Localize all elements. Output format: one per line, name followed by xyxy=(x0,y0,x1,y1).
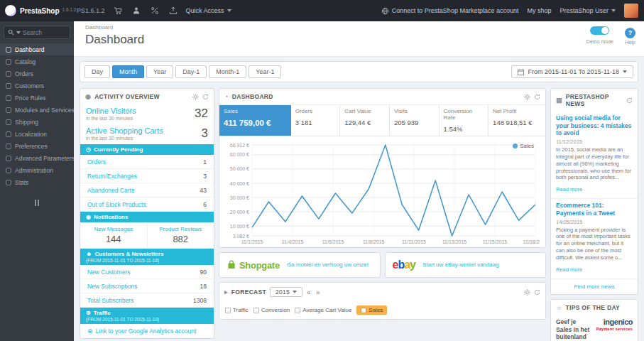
settings-gear-icon[interactable] xyxy=(524,289,530,296)
settings-gear-icon[interactable] xyxy=(192,94,199,100)
kpi-cart-value[interactable]: Cart Value129,44 € xyxy=(340,105,390,136)
filter-day-button[interactable]: Day xyxy=(84,65,110,78)
previous-year-button[interactable]: « xyxy=(306,288,312,296)
row-value: 3 xyxy=(203,173,207,180)
kpi-net-profit[interactable]: Net Profit148 918,51 € xyxy=(489,105,545,136)
notif-value: 882 xyxy=(149,234,213,244)
chart-legend-sales[interactable]: Sales xyxy=(513,143,534,149)
marketplace-account-link[interactable]: Connect to PrestaShop Marketplace accoun… xyxy=(381,7,519,15)
out-of-stock-link[interactable]: Out of Stock Products6 xyxy=(80,197,214,212)
search-input[interactable] xyxy=(23,29,66,36)
legend-label: Average Cart Value xyxy=(302,307,351,313)
breadcrumb[interactable]: Dashboard xyxy=(85,24,637,31)
sidebar-navigation: Dashboard Catalog Orders Customers Price… xyxy=(0,21,74,341)
read-more-link[interactable]: Read more xyxy=(556,186,582,193)
news-article-title-link[interactable]: Ecommerce 101: Payments in a Tweet xyxy=(556,202,633,217)
row-label: New Subscriptions xyxy=(87,283,137,290)
refresh-icon[interactable] xyxy=(626,97,633,104)
quick-access-label: Quick Access xyxy=(186,7,224,14)
sidebar-item-stats[interactable]: Stats xyxy=(0,176,74,188)
filter-day-1-button[interactable]: Day-1 xyxy=(175,65,207,78)
online-visitors-sub: in the last 30 minutes xyxy=(86,116,136,121)
sidebar-item-localization[interactable]: Localization xyxy=(0,128,74,140)
sidebar-item-dashboard[interactable]: Dashboard xyxy=(0,43,74,55)
filter-month-1-button[interactable]: Month-1 xyxy=(209,65,246,78)
filter-month-button[interactable]: Month xyxy=(112,65,144,78)
ingenico-logo[interactable]: ingenico Payment services xyxy=(596,318,633,332)
shopgate-ad-link[interactable]: Ga mobiel en verhoog uw omzet xyxy=(287,261,369,269)
kpi-label: Conversion Rate xyxy=(444,108,484,121)
prestashop-home-link[interactable]: PrestaShop 1.6.1.2 xyxy=(4,4,70,17)
read-more-link[interactable]: Read more xyxy=(556,266,582,273)
ebay-ad-link[interactable]: Start uw eBay-winkel vandaag xyxy=(422,261,499,269)
section-title: Customers & Newsletters xyxy=(94,251,163,257)
legend-label: Sales xyxy=(369,307,383,313)
discount-percent-icon[interactable] xyxy=(149,5,160,16)
forecast-icon: ▸ xyxy=(224,289,228,296)
help-icon[interactable]: ? xyxy=(625,28,635,38)
help-label: Help xyxy=(625,40,635,45)
user-menu[interactable]: PrestaShop User xyxy=(560,7,616,14)
product-reviews-link[interactable]: Product Reviews882 xyxy=(147,222,214,248)
cart-icon[interactable] xyxy=(112,5,124,16)
tips-of-the-day-panel: ☼ Tips of the day Geef je Sales in het b… xyxy=(550,299,638,341)
traffic-header: ⊕Traffic (FROM 2015-11-01 TO 2015-11-18) xyxy=(80,308,214,324)
sidebar-item-price-rules[interactable]: Price Rules xyxy=(0,92,74,104)
sidebar-item-administration[interactable]: Administration xyxy=(0,164,74,176)
sidebar-item-label: Shipping xyxy=(15,119,38,126)
shopgate-logo-text: Shopgate xyxy=(239,260,280,271)
active-carts-label: Active Shopping Carts xyxy=(86,126,163,135)
next-year-button[interactable]: » xyxy=(315,288,321,296)
filter-year-1-button[interactable]: Year-1 xyxy=(249,65,281,78)
total-subscribers-link[interactable]: Total Subscribers1308 xyxy=(80,293,214,308)
svg-text:11/8/2015: 11/8/2015 xyxy=(363,239,385,244)
svg-text:3 082 €: 3 082 € xyxy=(233,234,249,239)
news-article-title-link[interactable]: Using social media for your business: 4 … xyxy=(556,114,633,137)
my-shop-link[interactable]: My shop xyxy=(527,7,551,14)
settings-gear-icon[interactable] xyxy=(524,94,530,100)
google-analytics-link[interactable]: ⊕ Link to your Google Analytics account xyxy=(80,324,214,338)
sidebar-search[interactable] xyxy=(4,26,70,39)
kpi-conversion-rate[interactable]: Conversion Rate1.54% xyxy=(440,105,489,136)
sidebar-item-orders[interactable]: Orders xyxy=(0,67,74,80)
new-subscriptions-link[interactable]: New Subscriptions18 xyxy=(80,279,214,293)
link-icon: ⊕ xyxy=(87,328,93,335)
sidebar-item-modules-and-services[interactable]: Modules and Services xyxy=(0,104,74,116)
sidebar-item-label: Administration xyxy=(15,167,53,174)
new-messages-link[interactable]: New Messages144 xyxy=(80,222,147,248)
ebay-ad-panel: ebay Start uw eBay-winkel vandaag xyxy=(385,252,547,278)
news-article-excerpt: Picking a payment provider is one of the… xyxy=(556,227,633,261)
sidebar-item-preferences[interactable]: Preferences xyxy=(0,140,74,152)
forecast-year-select[interactable]: 2015 xyxy=(270,287,302,297)
pending-orders-link[interactable]: Orders1 xyxy=(80,155,214,169)
date-range-picker[interactable]: From 2015-11-01 To 2015-11-18 xyxy=(511,65,633,78)
customer-profile-icon[interactable] xyxy=(131,5,142,16)
sidebar-item-customers[interactable]: Customers xyxy=(0,80,74,92)
refresh-icon[interactable] xyxy=(202,94,209,100)
refresh-icon[interactable] xyxy=(534,289,540,296)
forecast-legend-sales[interactable]: Sales xyxy=(356,305,387,315)
kpi-orders[interactable]: Orders3 181 xyxy=(291,105,341,136)
kpi-visits[interactable]: Visits205 939 xyxy=(390,105,440,136)
active-shopping-carts-link[interactable]: Active Shopping Carts in the last 30 min… xyxy=(80,124,214,144)
quick-access-menu[interactable]: Quick Access xyxy=(186,7,231,14)
online-visitors-link[interactable]: Online Visitors in the last 30 minutes 3… xyxy=(80,104,214,124)
forecast-legend-conversion[interactable]: Conversion xyxy=(253,307,290,313)
demo-mode-toggle[interactable] xyxy=(590,26,609,35)
filter-year-button[interactable]: Year xyxy=(146,65,173,78)
user-avatar[interactable] xyxy=(624,4,638,18)
sidebar-item-advanced-parameters[interactable]: Advanced Parameters xyxy=(0,152,74,164)
sidebar-item-catalog[interactable]: Catalog xyxy=(0,55,74,67)
collapse-menu-toggle[interactable] xyxy=(0,200,74,206)
pending-returns-link[interactable]: Return/Exchanges3 xyxy=(80,169,214,183)
kpi-sales[interactable]: Sales411 759,00 € xyxy=(219,105,291,136)
new-customers-link[interactable]: New Customers90 xyxy=(80,265,214,279)
upload-icon[interactable] xyxy=(168,5,179,16)
find-more-news-link[interactable]: Find more news xyxy=(551,279,638,294)
kpi-label: Orders xyxy=(295,108,336,114)
forecast-legend-traffic[interactable]: Traffic xyxy=(225,307,249,313)
abandoned-carts-link[interactable]: Abandoned Carts43 xyxy=(80,183,214,197)
refresh-icon[interactable] xyxy=(534,94,540,100)
sidebar-item-shipping[interactable]: Shipping xyxy=(0,116,74,128)
forecast-legend-average-cart-value[interactable]: Average Cart Value xyxy=(295,307,351,313)
